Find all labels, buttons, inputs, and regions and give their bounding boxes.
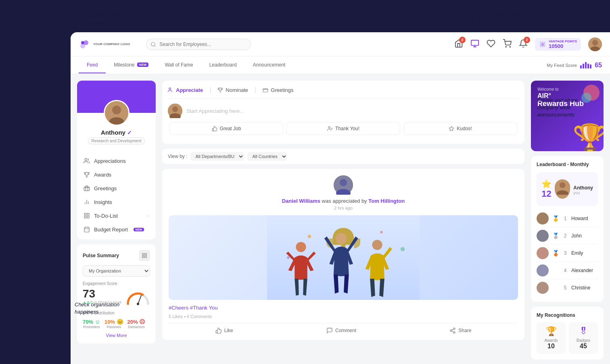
post-card: Daniel Williams was appreciated by Tom H… — [162, 169, 524, 340]
enps-detractors: 20% ☹ Detractors — [127, 318, 146, 329]
post-image — [169, 215, 518, 300]
post-likes: 5 Likes — [169, 314, 183, 319]
quick-action-thank-you[interactable]: Thank You! — [286, 122, 400, 135]
left-sidebar: Anthony ✓ Research and Development Appr — [77, 81, 156, 358]
view-by-bar: View by : All Departments/BU All Countri… — [162, 149, 524, 164]
svg-rect-23 — [84, 216, 86, 218]
quick-action-kudos[interactable]: Kudos! — [403, 122, 517, 135]
svg-point-48 — [336, 233, 347, 244]
milestone-label: Milestone — [114, 62, 134, 68]
appreciate-card: Appreciate | Nominate | — [162, 81, 524, 144]
org-select[interactable]: My Organization — [83, 265, 150, 277]
appreciations-label: Appreciations — [94, 158, 126, 164]
svg-point-35 — [169, 88, 171, 90]
subnav-feed[interactable]: Feed — [79, 57, 106, 73]
sidebar-item-todo[interactable]: To-Do-List › — [77, 209, 156, 223]
svg-point-51 — [380, 231, 382, 233]
post-time: 2 hrs ago — [169, 206, 518, 210]
alexander-name: Alexander — [571, 268, 598, 273]
emily-avatar — [537, 247, 549, 259]
appreciate-input-row: Start Appreciating here... — [168, 104, 519, 118]
tab-nominate[interactable]: Nominate — [217, 87, 248, 93]
svg-line-33 — [138, 295, 141, 304]
thumbs-up-icon — [212, 126, 217, 131]
sidebar-item-appreciations[interactable]: Appreciations — [77, 154, 156, 168]
profile-avatar-image — [105, 101, 128, 125]
post-stats-separator: • — [184, 314, 187, 319]
appreciate-tab-label: Appreciate — [176, 87, 203, 93]
leaderboard-card: Leaderboard - Monthly ⭐ 12 — [531, 156, 604, 302]
alexander-rank: 4 — [562, 268, 568, 273]
sidebar-item-budget[interactable]: Budget Report NEW — [77, 223, 156, 236]
subnav-milestone[interactable]: Milestone NEW — [106, 57, 157, 73]
profile-name-text: Anthony — [101, 129, 125, 136]
post-daniel-link[interactable]: Daniel Williams — [282, 198, 320, 204]
pulse-icon-button[interactable] — [139, 250, 150, 261]
sidebar-item-awards[interactable]: Awards — [77, 168, 156, 181]
vantage-points[interactable]: V Vantage Points 10500 — [535, 38, 581, 51]
profile-avatar-wrap: Anthony ✓ Research and Development — [77, 100, 156, 151]
share-action-button[interactable]: Share — [449, 327, 471, 334]
profile-card: Anthony ✓ Research and Development Appr — [77, 81, 156, 239]
recognitions-row: 🏆 Awards 10 🎖 Badges 45 — [537, 322, 598, 354]
heart-nav-button[interactable] — [487, 39, 495, 50]
subnav-wall-of-fame[interactable]: Wall of Fame — [157, 57, 201, 73]
share-label: Share — [458, 328, 471, 333]
appreciate-input[interactable]: Start Appreciating here... — [186, 108, 519, 114]
home-nav-button[interactable]: 2 — [454, 39, 463, 50]
john-name: John — [571, 233, 598, 239]
view-more-button[interactable]: View More — [83, 333, 150, 338]
emily-name: Emily — [571, 250, 598, 256]
subnav-leaderboard[interactable]: Leaderboard — [201, 57, 245, 73]
engagement-section: Engagement Score 73 ▲ 5.0 vs Previous we… — [83, 281, 150, 306]
dept-filter-select[interactable]: All Departments/BU — [190, 152, 244, 161]
like-action-button[interactable]: Like — [215, 327, 233, 334]
feed-score-value: 65 — [595, 62, 602, 69]
app-container: YOUR COMPANY LOGO 2 — [71, 32, 610, 364]
svg-rect-22 — [87, 213, 89, 215]
insights-icon — [84, 199, 90, 205]
post-tom-link[interactable]: Tom Hillington — [368, 198, 405, 204]
home-badge: 2 — [459, 37, 466, 43]
svg-text:V: V — [542, 43, 544, 46]
budget-icon — [84, 226, 90, 233]
search-input[interactable] — [146, 39, 251, 50]
svg-point-11 — [592, 40, 598, 46]
profile-avatar — [104, 100, 130, 126]
monitor-nav-button[interactable] — [470, 39, 479, 50]
bell-nav-button[interactable]: 2 — [519, 39, 528, 50]
tab-greetings[interactable]: Greetings — [263, 87, 293, 93]
detractors-value: 20% ☹ — [127, 318, 146, 325]
logo-icon — [79, 39, 90, 50]
profile-role: Research and Development — [88, 137, 145, 144]
search-bar — [146, 39, 251, 50]
svg-rect-32 — [145, 256, 146, 258]
score-bar-5 — [590, 64, 591, 69]
appreciation-icon — [84, 158, 90, 164]
score-bar-4 — [587, 64, 589, 69]
howard-name: Howard — [571, 216, 598, 221]
comment-action-button[interactable]: Comment — [326, 327, 356, 334]
svg-point-6 — [506, 46, 506, 47]
post-appreciation-text: Daniel Williams was appreciated by Tom H… — [169, 198, 518, 204]
quick-action-great-job[interactable]: Great Job — [169, 122, 283, 135]
sidebar-item-insights[interactable]: Insights — [77, 195, 156, 209]
share-icon — [449, 327, 456, 334]
sidebar-item-greetings[interactable]: Greetings — [77, 181, 156, 195]
engagement-row: 73 ▲ 5.0 vs Previous week — [83, 287, 150, 306]
country-filter-select[interactable]: All Countries — [247, 152, 287, 161]
pulse-title: Pulse Summary — [83, 253, 119, 258]
enps-section: eNPS Distribution 70% ☺ Promoters 10% — [83, 311, 150, 329]
subnav-announcement[interactable]: Announcement — [245, 57, 294, 73]
emily-rank: 3 — [562, 250, 568, 256]
monitor-icon — [470, 39, 479, 48]
badges-recognition-icon: 🎖 — [571, 326, 595, 337]
gift-icon — [84, 185, 90, 191]
tab-appreciate[interactable]: Appreciate — [168, 87, 203, 93]
sidebar-menu: Appreciations Awards — [77, 151, 156, 239]
top-user-medal: ⭐ — [541, 179, 552, 189]
cart-nav-button[interactable] — [503, 39, 512, 50]
vantage-info: Vantage Points 10500 — [549, 40, 577, 49]
user-avatar-nav[interactable] — [588, 37, 602, 51]
logo-area: YOUR COMPANY LOGO — [79, 39, 130, 50]
